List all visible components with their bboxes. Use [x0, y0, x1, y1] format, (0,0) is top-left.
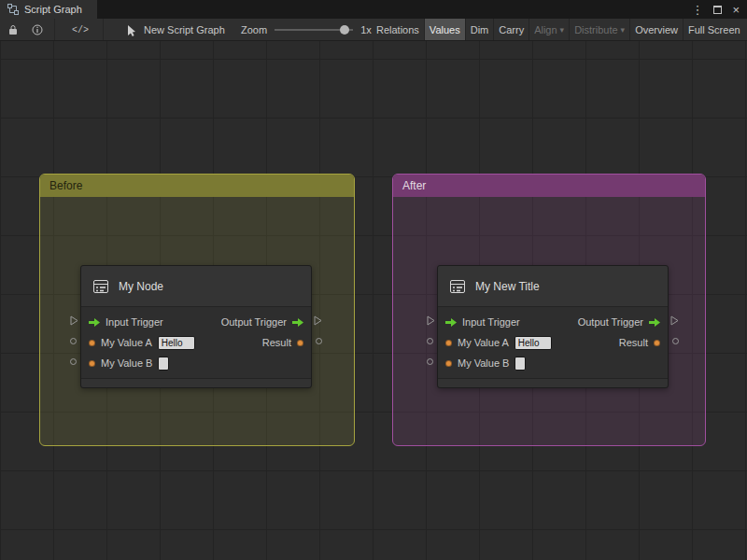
- zoom-slider[interactable]: [275, 29, 353, 31]
- node-title: My New Title: [475, 280, 540, 293]
- port-label: Result: [262, 337, 291, 348]
- values-button[interactable]: Values: [425, 19, 465, 41]
- toolbar-separator: [54, 19, 55, 41]
- port-label: My Value A: [101, 337, 152, 348]
- port-row: Input Trigger Output Trigger: [438, 312, 668, 332]
- script-graph-icon: [7, 4, 19, 15]
- menu-icon[interactable]: ⋮: [691, 4, 703, 16]
- node-my-node: My Node Input Trigger Output Trigger: [80, 265, 312, 388]
- value-out-port-icon[interactable]: [297, 340, 303, 346]
- graph-canvas[interactable]: Before: [0, 41, 747, 560]
- info-icon: [32, 24, 43, 35]
- outer-flow-in-port[interactable]: [427, 315, 435, 326]
- value-a-field[interactable]: [514, 336, 552, 350]
- fullscreen-button[interactable]: Full Screen: [684, 19, 745, 41]
- unit-icon: [448, 277, 467, 296]
- port-label: My Value B: [101, 357, 152, 369]
- group-title: Before: [49, 179, 82, 192]
- outer-flow-out-port[interactable]: [314, 315, 322, 326]
- graph-breadcrumb[interactable]: New Script Graph: [127, 19, 225, 41]
- graph-name: New Script Graph: [144, 24, 225, 35]
- close-icon[interactable]: ×: [732, 3, 740, 17]
- node-my-new-title: My New Title Input Trigger Output Trigge…: [437, 265, 669, 388]
- toolbar-buttons: Relations Values Dim Carry Align ▾ Distr…: [372, 19, 745, 41]
- lock-icon: [8, 24, 18, 35]
- tab-script-graph[interactable]: Script Graph: [0, 0, 97, 19]
- port-label: Result: [619, 337, 648, 348]
- zoom-slider-handle[interactable]: [340, 25, 349, 35]
- node-area: My New Title Input Trigger Output Trigge…: [425, 265, 681, 396]
- port-label: Output Trigger: [578, 316, 643, 328]
- chevron-down-icon: ▾: [560, 25, 565, 35]
- node-footer: [81, 378, 311, 387]
- outer-value-in-port[interactable]: [427, 338, 433, 344]
- node-header[interactable]: My New Title: [438, 266, 668, 307]
- dim-button[interactable]: Dim: [466, 19, 494, 41]
- port-label: Output Trigger: [221, 316, 287, 328]
- relations-button[interactable]: Relations: [372, 19, 424, 41]
- outer-value-out-port[interactable]: [316, 338, 322, 344]
- chevron-down-icon: ▾: [621, 25, 626, 35]
- node-area: My Node Input Trigger Output Trigger: [68, 265, 324, 396]
- port-label: My Value A: [458, 337, 509, 348]
- value-a-field[interactable]: [158, 336, 195, 350]
- zoom-label: Zoom: [241, 24, 267, 35]
- maximize-icon[interactable]: [713, 6, 722, 14]
- code-icon: </>: [72, 25, 89, 35]
- outer-value-in-port[interactable]: [427, 358, 433, 365]
- outer-flow-out-port[interactable]: [670, 315, 679, 326]
- port-label: Input Trigger: [462, 316, 520, 328]
- unity-window: Script Graph ⋮ × </>: [0, 0, 747, 560]
- outer-value-in-port[interactable]: [70, 358, 77, 365]
- group-before-header[interactable]: Before: [40, 175, 354, 197]
- node-header[interactable]: My Node: [81, 266, 311, 307]
- port-row: My Value B: [81, 353, 311, 373]
- outer-value-in-port[interactable]: [70, 338, 77, 344]
- node-body: Input Trigger Output Trigger My Value A: [81, 307, 311, 378]
- value-in-port-icon[interactable]: [445, 340, 452, 346]
- group-after-header[interactable]: After: [393, 175, 705, 197]
- value-b-field[interactable]: [514, 357, 526, 371]
- pointer-icon: [127, 24, 137, 36]
- zoom-value: 1x: [360, 24, 372, 35]
- node-title: My Node: [119, 280, 163, 293]
- group-before: Before: [39, 174, 355, 446]
- inspect-button[interactable]: [26, 19, 49, 41]
- value-in-port-icon[interactable]: [89, 360, 95, 367]
- port-label: My Value B: [458, 357, 509, 369]
- zoom-control: Zoom 1x: [241, 19, 372, 41]
- port-label: Input Trigger: [106, 316, 163, 328]
- group-after: After: [392, 174, 706, 446]
- tab-bar: Script Graph ⋮ ×: [0, 0, 747, 19]
- distribute-dropdown[interactable]: Distribute ▾: [570, 19, 629, 41]
- unit-icon: [92, 277, 110, 296]
- edit-source-button[interactable]: </>: [63, 19, 97, 41]
- flow-in-port-icon[interactable]: [89, 318, 100, 327]
- outer-flow-in-port[interactable]: [70, 315, 78, 326]
- value-in-port-icon[interactable]: [89, 340, 95, 346]
- flow-out-port-icon[interactable]: [649, 318, 660, 327]
- lock-button[interactable]: [2, 19, 24, 41]
- node-body: Input Trigger Output Trigger My Value A: [438, 307, 668, 378]
- flow-in-port-icon[interactable]: [445, 318, 457, 327]
- overview-button[interactable]: Overview: [630, 19, 683, 41]
- window-controls: ⋮ ×: [691, 0, 747, 19]
- graph-toolbar: </> New Script Graph Zoom 1x Relations V…: [0, 19, 747, 41]
- outer-value-out-port[interactable]: [672, 338, 679, 344]
- value-b-field[interactable]: [158, 357, 169, 371]
- port-row: My Value A Result: [81, 332, 311, 353]
- toolbar-separator: [103, 19, 104, 41]
- group-title: After: [402, 179, 426, 192]
- value-out-port-icon[interactable]: [654, 340, 660, 346]
- flow-out-port-icon[interactable]: [292, 318, 303, 327]
- port-row: My Value B: [438, 353, 668, 373]
- tab-title: Script Graph: [24, 4, 82, 15]
- node-footer: [438, 378, 668, 387]
- carry-button[interactable]: Carry: [494, 19, 529, 41]
- align-dropdown[interactable]: Align ▾: [529, 19, 569, 41]
- port-row: My Value A Result: [438, 332, 668, 353]
- value-in-port-icon[interactable]: [445, 360, 452, 367]
- port-row: Input Trigger Output Trigger: [81, 312, 311, 332]
